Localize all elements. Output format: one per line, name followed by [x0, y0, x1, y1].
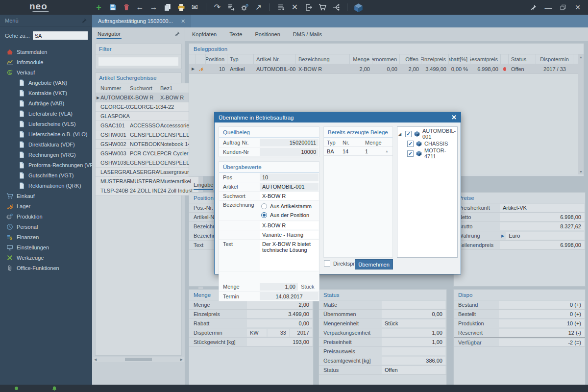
checkout-icon[interactable]: [304, 3, 313, 12]
field-value[interactable]: 2,00: [247, 301, 312, 309]
sidebar-item-auftraege[interactable]: Aufträge (VAB): [0, 98, 92, 108]
sidebar-pin-icon[interactable]: [81, 18, 87, 24]
sidebar-item-gutschriften[interactable]: Gutschriften (VGT): [0, 170, 92, 180]
sidebar-item-lager[interactable]: Lager: [0, 201, 92, 211]
navigator-pin-icon[interactable]: [174, 31, 180, 37]
result-row[interactable]: GSHW001GENSPEED R2 ANAGENSPEED R2: [96, 130, 198, 140]
copy-document-icon[interactable]: [163, 3, 172, 12]
restore-icon[interactable]: [560, 4, 566, 11]
result-row[interactable]: ▶AUTOMOBIL-001X-BOW RX-BOW R: [96, 93, 198, 102]
field-value[interactable]: 3.499,00: [247, 310, 312, 318]
col-einzelpreis[interactable]: Einzelpreis: [421, 54, 449, 64]
field-value[interactable]: 10 (+): [499, 319, 584, 327]
sidebar-item-einstellungen[interactable]: Einstellungen: [0, 242, 92, 252]
radio-aus-der-position[interactable]: Aus der Position: [259, 211, 319, 220]
sidebar-item-produktion[interactable]: Produktion: [0, 211, 92, 221]
field-value[interactable]: [382, 347, 445, 355]
pos-field[interactable]: 10: [260, 173, 318, 181]
sidebar-item-stammdaten[interactable]: Stammdaten: [0, 47, 92, 57]
sidebar-item-personal[interactable]: Personal: [0, 221, 92, 232]
result-row[interactable]: GSHW003PCR CYCLER 96X FCPCR Cycler 96x: [96, 149, 198, 158]
col-typ[interactable]: Typ: [227, 54, 254, 64]
bezeichnung-field[interactable]: X-BOW R: [260, 221, 318, 229]
col-position[interactable]: Position: [206, 54, 227, 64]
col-rabatt[interactable]: Rabatt[%]: [449, 54, 470, 64]
checkbox-checked-icon[interactable]: ✓: [407, 141, 414, 147]
field-value[interactable]: 6.998,00: [500, 241, 584, 249]
distribute-icon[interactable]: [331, 3, 341, 12]
col-nummer[interactable]: Nummer: [100, 85, 130, 91]
quick-jump-icon[interactable]: ↗: [254, 3, 263, 12]
field-value[interactable]: 0 (+): [499, 310, 584, 318]
forward-icon[interactable]: ↷: [213, 3, 222, 12]
sidebar-item-verkauf[interactable]: Verkauf: [0, 67, 92, 77]
navigate-back-icon[interactable]: ←: [135, 3, 145, 12]
field-value[interactable]: 0,00: [382, 310, 445, 318]
save-icon[interactable]: [108, 3, 117, 12]
col-uebernommen[interactable]: Übernommen: [372, 54, 400, 64]
col-dispotermin[interactable]: Dispotermin: [536, 54, 573, 64]
tab-navigator[interactable]: Navigator: [97, 29, 122, 39]
package-icon[interactable]: [354, 3, 363, 12]
cancel-icon[interactable]: ✕: [290, 3, 299, 12]
tree-expander-icon[interactable]: ◢: [398, 132, 403, 136]
tree-node-root[interactable]: ◢ ✓ AUTOMOBIL-001: [398, 129, 456, 139]
dispotermin-week[interactable]: 33: [268, 329, 289, 337]
export-list-icon[interactable]: [276, 3, 286, 12]
tab-eingabe[interactable]: Eingabe: [194, 182, 213, 190]
sidebar-item-proforma[interactable]: Proforma-Rechnungen (VPR): [0, 160, 92, 170]
menge-field[interactable]: 1,00: [260, 283, 298, 291]
result-row[interactable]: MUSTERARTIKELMUSTERARTIKELMusterartikel: [96, 177, 198, 186]
tab-dms-mails[interactable]: DMS / Mails: [293, 31, 322, 37]
goto-input[interactable]: [33, 31, 88, 40]
col-gesamtpreis[interactable]: Gesamtpreis: [470, 54, 501, 64]
filter-input[interactable]: [98, 57, 178, 66]
navigator-horizontal-scrollbar[interactable]: ◀▶: [93, 357, 184, 362]
tree-node-child[interactable]: ✓ MOTOR-4711: [398, 148, 456, 158]
field-value[interactable]: 1,00: [382, 329, 445, 337]
sidebar-item-lieferscheine-ob[interactable]: Lieferscheine o.B. (VLO): [0, 129, 92, 139]
artikel-field[interactable]: AUTOMOBIL-001: [260, 183, 318, 191]
belegposition-row[interactable]: ▶ 10 Artikel AUTOMOBIL-001 X-BOW R 2,00 …: [189, 64, 578, 74]
result-row[interactable]: GSHW103ENGENSPEED R2 STARGENSPEED R2: [96, 158, 198, 168]
termin-field[interactable]: 14.08.2017: [260, 292, 318, 300]
radio-aus-artikelstamm[interactable]: Aus Artikelstamm: [259, 202, 319, 211]
col-offen[interactable]: Offen: [400, 54, 421, 64]
field-value[interactable]: 0 (+): [499, 301, 584, 309]
kunden-nr-field[interactable]: 10000: [260, 148, 318, 156]
auftrag-nr-field[interactable]: 150200011: [260, 139, 318, 147]
sidebar-item-werkzeuge[interactable]: Werkzeuge: [0, 252, 92, 263]
sidebar-item-finanzen[interactable]: Finanzen: [0, 232, 92, 242]
sidebar-item-lieferabrufe[interactable]: Lieferabrufe (VLA): [0, 108, 92, 119]
sidebar-item-lieferscheine[interactable]: Lieferscheine (VLS): [0, 119, 92, 129]
dialog-close-icon[interactable]: ✕: [451, 114, 457, 121]
process-transfer-icon[interactable]: [240, 3, 249, 12]
tab-texte[interactable]: Texte: [229, 31, 242, 37]
field-value[interactable]: 1,00: [382, 338, 445, 346]
sidebar-item-direktfaktura[interactable]: Direktfaktura (VDF): [0, 139, 92, 149]
suchwort-field[interactable]: X-BOW R: [260, 192, 318, 200]
print-icon[interactable]: [176, 3, 186, 12]
sidebar-item-infomodule[interactable]: Infomodule: [0, 57, 92, 67]
belege-row[interactable]: BA 14 1 ▲: [324, 147, 392, 156]
notification-bell-icon[interactable]: [51, 386, 57, 392]
sidebar-item-angebote[interactable]: Angebote (VAN): [0, 77, 92, 88]
uebernehmen-button[interactable]: Übernehmen: [355, 259, 393, 270]
result-row[interactable]: GLASPOKAL WE: [96, 112, 198, 121]
sidebar-item-kontrakte[interactable]: Kontrakte (VKT): [0, 88, 92, 98]
result-row[interactable]: LASERGRAVURLASERGRAVUR AUFLasergravur au: [96, 168, 198, 177]
field-value[interactable]: [382, 301, 445, 309]
close-icon[interactable]: ✕: [574, 4, 581, 11]
field-value[interactable]: 193,00: [247, 338, 312, 346]
add-icon[interactable]: +: [94, 3, 103, 12]
field-value[interactable]: Stück: [382, 319, 445, 327]
field-value[interactable]: Euro: [506, 232, 584, 240]
field-value[interactable]: 0,00: [247, 319, 312, 327]
sidebar-item-rechnungen[interactable]: Rechnungen (VRG): [0, 149, 92, 160]
dispotermin-year[interactable]: 2017: [290, 329, 312, 337]
result-row[interactable]: TLSP-240B24 ZOLL INDUSTRIE24 Zoll Indust: [96, 186, 198, 196]
checkbox-checked-icon[interactable]: ✓: [407, 150, 414, 157]
tree-node-child[interactable]: ✓ CHASSIS: [398, 139, 456, 148]
result-row[interactable]: GSHW002NOTEBOOK 14" GSNotebook 14": [96, 140, 198, 149]
scrollbar-thumb[interactable]: [125, 358, 152, 361]
